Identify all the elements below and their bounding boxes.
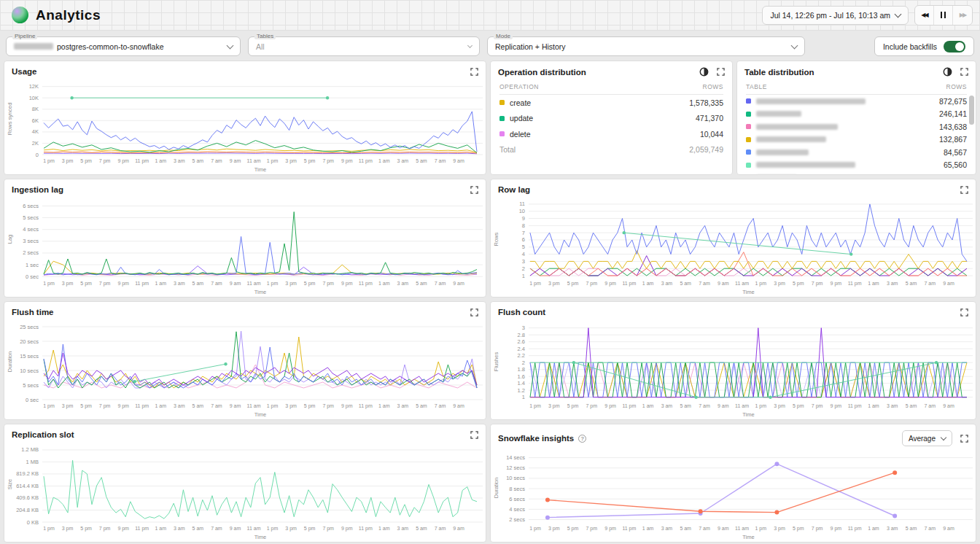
series-color-swatch xyxy=(746,137,751,142)
svg-text:9 am: 9 am xyxy=(453,403,464,408)
svg-text:1 pm: 1 pm xyxy=(43,158,55,164)
svg-text:7 am: 7 am xyxy=(699,281,710,286)
svg-text:9 pm: 9 pm xyxy=(604,281,616,287)
svg-text:2: 2 xyxy=(522,265,525,272)
expand-icon[interactable] xyxy=(470,186,478,194)
svg-text:3 pm: 3 pm xyxy=(285,281,297,287)
card-title: Flush count xyxy=(498,308,545,316)
svg-text:11 pm: 11 pm xyxy=(359,403,373,409)
svg-text:3 am: 3 am xyxy=(174,403,185,408)
expand-icon[interactable] xyxy=(960,186,968,194)
redacted-table-name xyxy=(756,111,801,117)
pipeline-select[interactable]: Pipeline postgres-common-to-snowflake xyxy=(6,36,241,56)
svg-text:Time: Time xyxy=(254,411,266,418)
svg-text:25 secs: 25 secs xyxy=(20,324,39,330)
pause-button[interactable] xyxy=(934,6,953,25)
series-color-swatch xyxy=(499,131,505,136)
svg-text:3 am: 3 am xyxy=(661,403,673,408)
operation-name: delete xyxy=(510,130,531,139)
redacted-pipeline-prefix xyxy=(14,43,53,50)
svg-text:3 am: 3 am xyxy=(397,281,409,286)
card-title: Operation distribution xyxy=(498,68,586,77)
expand-icon[interactable] xyxy=(960,68,968,76)
pie-chart-toggle-icon[interactable] xyxy=(699,67,709,77)
card-title: Usage xyxy=(12,67,37,76)
svg-text:7 pm: 7 pm xyxy=(812,281,823,287)
snowflake-insights-chart: 2 secs4 secs6 secs8 secs10 secs12 secs14… xyxy=(491,448,976,542)
replication-slot-card: Replication slot 0 KB204.8 KB409.6 KB614… xyxy=(4,424,486,543)
expand-icon[interactable] xyxy=(717,68,725,76)
column-header-operation: OPERATION xyxy=(499,83,539,90)
svg-text:1 am: 1 am xyxy=(155,158,166,163)
svg-text:7 am: 7 am xyxy=(211,158,222,163)
expand-icon[interactable] xyxy=(470,68,478,76)
mode-select[interactable]: Mode Replication + History xyxy=(487,36,805,56)
operation-row: delete10,044 xyxy=(499,126,723,142)
svg-text:204.8 KB: 204.8 KB xyxy=(16,507,39,513)
svg-text:1 am: 1 am xyxy=(868,403,879,408)
svg-text:1.4: 1.4 xyxy=(518,380,525,386)
svg-text:5 am: 5 am xyxy=(192,281,204,286)
redacted-table-name xyxy=(756,124,838,130)
ingestion-lag-card: Ingestion lag 0 sec1 sec2 secs3 secs4 se… xyxy=(4,179,486,298)
date-range-selector[interactable]: Jul 14, 12:26 pm - Jul 16, 10:13 am xyxy=(762,6,909,25)
include-backfills-toggle[interactable] xyxy=(944,41,965,53)
svg-text:11 am: 11 am xyxy=(247,526,261,531)
svg-text:9 am: 9 am xyxy=(453,281,464,286)
series-color-swatch xyxy=(499,116,505,121)
svg-text:3 pm: 3 pm xyxy=(62,403,74,409)
svg-text:3 pm: 3 pm xyxy=(548,281,560,287)
svg-text:1 sec: 1 sec xyxy=(26,262,39,268)
rewind-button[interactable]: ◀◀ xyxy=(915,6,934,25)
svg-text:5 pm: 5 pm xyxy=(567,403,579,409)
svg-text:5 am: 5 am xyxy=(416,526,427,531)
svg-text:3 pm: 3 pm xyxy=(285,158,297,164)
svg-text:10 secs: 10 secs xyxy=(20,368,39,374)
svg-text:11 pm: 11 pm xyxy=(135,403,149,409)
expand-icon[interactable] xyxy=(470,308,478,316)
svg-text:0 sec: 0 sec xyxy=(26,273,39,280)
fast-forward-button[interactable]: ▶▶ xyxy=(953,6,972,25)
pie-chart-toggle-icon[interactable] xyxy=(943,67,952,77)
svg-text:10 secs: 10 secs xyxy=(506,475,525,481)
table-rows-value: 132,867 xyxy=(939,135,967,144)
svg-text:1 pm: 1 pm xyxy=(755,403,766,409)
svg-text:1 am: 1 am xyxy=(868,526,879,531)
svg-text:9 pm: 9 pm xyxy=(117,158,129,164)
svg-text:10: 10 xyxy=(519,208,525,214)
svg-text:1 pm: 1 pm xyxy=(755,526,766,532)
help-icon[interactable]: ? xyxy=(578,435,586,443)
tables-select[interactable]: Tables All xyxy=(248,36,480,56)
svg-text:9 pm: 9 pm xyxy=(604,403,616,409)
svg-text:5 pm: 5 pm xyxy=(80,526,92,532)
expand-icon[interactable] xyxy=(960,308,968,316)
svg-text:1 pm: 1 pm xyxy=(529,526,541,532)
aggregate-select[interactable]: Average xyxy=(902,430,952,446)
svg-text:11 pm: 11 pm xyxy=(359,526,373,532)
svg-text:7 am: 7 am xyxy=(435,526,446,531)
svg-text:9 pm: 9 pm xyxy=(341,281,353,287)
svg-text:Time: Time xyxy=(254,166,266,173)
svg-text:5 pm: 5 pm xyxy=(304,526,316,532)
expand-icon[interactable] xyxy=(960,435,968,443)
svg-text:5 pm: 5 pm xyxy=(793,281,804,287)
svg-text:11 am: 11 am xyxy=(247,158,261,163)
svg-text:2.2: 2.2 xyxy=(518,352,525,359)
svg-text:5 pm: 5 pm xyxy=(304,281,316,287)
chevron-down-icon xyxy=(227,42,234,49)
svg-text:7 am: 7 am xyxy=(699,526,710,531)
series-color-swatch xyxy=(746,149,751,155)
svg-text:9 am: 9 am xyxy=(230,281,241,286)
expand-icon[interactable] xyxy=(470,431,478,439)
svg-text:5: 5 xyxy=(522,244,525,250)
svg-text:1 pm: 1 pm xyxy=(43,526,55,532)
svg-text:0: 0 xyxy=(36,152,39,158)
svg-text:3 am: 3 am xyxy=(397,158,409,163)
table-rows-value: 246,141 xyxy=(939,109,967,118)
svg-text:Lag: Lag xyxy=(7,235,13,244)
scrollbar-thumb[interactable] xyxy=(969,96,974,125)
svg-text:7 pm: 7 pm xyxy=(322,403,334,409)
svg-text:15 secs: 15 secs xyxy=(20,353,39,360)
svg-text:7 pm: 7 pm xyxy=(99,281,111,287)
svg-text:3 pm: 3 pm xyxy=(774,281,785,287)
